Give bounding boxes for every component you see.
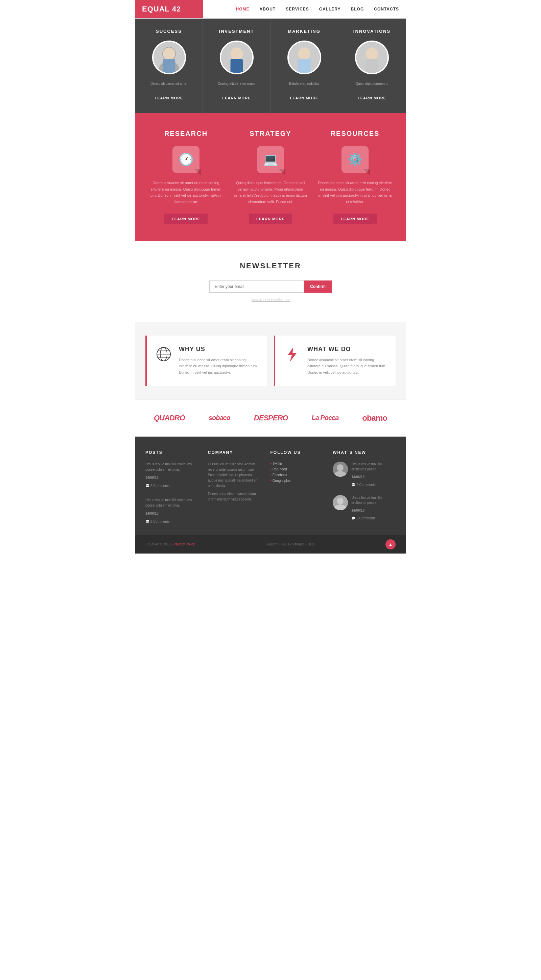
- footer-bottom: Equal 42 © 2013 • Privacy Policy Support…: [135, 535, 406, 554]
- pink-card-text-strategy: Quisq dipibuque fermentum. Donec in veli…: [233, 180, 308, 205]
- pink-card-strategy: STRATEGY 💻 Quisq dipibuque fermentum. Do…: [233, 130, 308, 224]
- partner-sobaco: sobaco: [209, 414, 230, 422]
- hero-card-investment: INVESTMENT Coning elitufere eu mass Lear…: [203, 19, 270, 113]
- svg-rect-13: [366, 59, 378, 73]
- footer-whats-new: WHAT`S NEW Ursus leo ve tuall lilii erol…: [333, 450, 396, 528]
- partner-lapocca: La Pocca: [311, 414, 338, 422]
- whats-new-text-1: Ursus leo ve tuall lilii erolteums posee…: [351, 461, 396, 490]
- svg-marker-19: [288, 347, 297, 362]
- why-us-content: WHY US Donec alsuacnc sit amet erom sit …: [179, 346, 259, 376]
- pink-card-text-research: Donec alsuacnc sit amet erom sit coning …: [149, 180, 223, 205]
- gear-icon: ⚙️: [348, 153, 363, 167]
- newsletter-email-input[interactable]: [209, 280, 304, 293]
- hero-learn-more-marketing[interactable]: Learn More: [276, 93, 333, 103]
- whats-new-item-1: Ursus leo ve tuall lilii erolteums posee…: [333, 461, 396, 490]
- pink-card-title-research: RESEARCH: [149, 130, 223, 138]
- nav-home[interactable]: HOME: [236, 7, 249, 11]
- footer-googleplus[interactable]: Google plus: [270, 479, 323, 482]
- nav-about[interactable]: ABOUT: [260, 7, 276, 11]
- hero-card-desc-success: Donec alsuacnc sit amet: [150, 81, 187, 86]
- partner-despero: DESPERO: [254, 414, 288, 422]
- why-us-title: WHY US: [179, 346, 259, 353]
- logo: EQUAL 42: [135, 0, 203, 18]
- whats-new-thumb-2: [333, 495, 348, 510]
- footer-company-title: COMPANY: [208, 450, 260, 455]
- comment-icon-2: 💬: [145, 520, 150, 523]
- svg-point-3: [163, 48, 175, 60]
- research-icon-box: 🕐: [172, 146, 199, 173]
- partners-section: QUADRÓ sobaco DESPERO La Pocca obamo: [135, 399, 406, 437]
- whats-new-comments-2: 💬 2 Comments: [351, 516, 396, 521]
- nav-blog[interactable]: BLOG: [351, 7, 364, 11]
- hero-card-title-investment: INVESTMENT: [219, 29, 254, 34]
- pink-card-research: RESEARCH 🕐 Donec alsuacnc sit amet erom …: [149, 130, 223, 224]
- footer-post-date-2: 14/06/13: [145, 511, 198, 516]
- whats-new-date-2: 14/06/13: [351, 508, 396, 513]
- footer-company-text2: Donec porta dim emansue diam lorem inter…: [208, 492, 260, 502]
- pink-learn-more-research[interactable]: Learn More: [164, 213, 207, 224]
- what-we-do-text: Donec alsuacnc sit amet erom sit coning …: [307, 357, 387, 376]
- bolt-icon: [284, 346, 301, 363]
- pink-card-text-resources: Donec alsuacnc sit amet erot coning elit…: [318, 180, 392, 205]
- what-we-do-card: WHAT WE DO Donec alsuacnc sit amet erom …: [274, 336, 396, 386]
- footer-facebook[interactable]: Facebook: [270, 473, 323, 477]
- hero-card-desc-marketing: Eiitufere eu mdipibu: [289, 81, 319, 86]
- footer-privacy-link[interactable]: Privacy Policy: [174, 542, 195, 546]
- scroll-up-button[interactable]: ▲: [385, 539, 396, 549]
- footer-bottom-links: Support • FAQs • Sitemap • Help: [266, 542, 314, 546]
- resources-icon-box: ⚙️: [342, 146, 369, 173]
- nav-services[interactable]: SERVICES: [286, 7, 309, 11]
- hero-learn-more-investment[interactable]: Learn More: [208, 93, 265, 103]
- nav-contacts[interactable]: CONTACTS: [374, 7, 399, 11]
- hero-avatar-success: [152, 41, 186, 74]
- footer-post-text-1: Ursus leo ve tuall lilii erolteums posee…: [145, 461, 198, 473]
- footer: POSTS Ursus leo ve tuall lilii erolteums…: [135, 437, 406, 535]
- svg-rect-10: [298, 59, 310, 73]
- why-us-text: Donec alsuacnc sit amet erom sit coning …: [179, 357, 259, 376]
- footer-follow-title: FOLLOW US: [270, 450, 323, 455]
- footer-copy-text: Equal 42 © 2013 •: [145, 542, 174, 546]
- footer-rss[interactable]: RSS feed: [270, 467, 323, 471]
- footer-follow: FOLLOW US Twitter RSS feed Facebook Goog…: [270, 450, 323, 528]
- whats-new-comments-1: 💬 2 Comments: [351, 482, 396, 487]
- svg-point-9: [298, 48, 310, 60]
- footer-company-text: Cursus leo ve tuilla fasi. Aeman recerol…: [208, 461, 260, 488]
- footer-posts: POSTS Ursus leo ve tuall lilii erolteums…: [145, 450, 198, 528]
- hero-card-title-innovations: INNOVATIONS: [353, 29, 391, 34]
- svg-rect-4: [163, 59, 175, 73]
- hero-card-innovations: INNOVATIONS Quisq dipibuqumen tu Learn M…: [338, 19, 406, 113]
- svg-point-24: [337, 498, 343, 504]
- what-we-do-title: WHAT WE DO: [307, 346, 387, 353]
- why-section: WHY US Donec alsuacnc sit amet erom sit …: [135, 322, 406, 399]
- comment-icon-1: 💬: [145, 484, 150, 488]
- footer-twitter[interactable]: Twitter: [270, 461, 323, 465]
- footer-post-item-1: Ursus leo ve tuall lilii erolteums posee…: [145, 461, 198, 488]
- footer-post-text-2: Ursus leo ve tuall lilii erolteums posee…: [145, 498, 198, 508]
- hero-learn-more-success[interactable]: Learn More: [140, 93, 198, 103]
- nav-gallery[interactable]: GALLERY: [319, 7, 341, 11]
- whats-new-comment-icon-1: 💬: [351, 483, 356, 487]
- hero-card-success: SUCCESS Donec alsuacnc sit amet Learn Mo…: [135, 19, 203, 113]
- pink-card-resources: RESOURCES ⚙️ Donec alsuacnc sit amet ero…: [318, 130, 392, 224]
- pink-card-title-resources: RESOURCES: [318, 130, 392, 138]
- pink-learn-more-resources[interactable]: Learn More: [334, 213, 377, 224]
- footer-whats-new-title: WHAT`S NEW: [333, 450, 396, 455]
- hero-avatar-marketing: [287, 41, 321, 74]
- newsletter-confirm-button[interactable]: Confirm: [304, 280, 332, 293]
- newsletter-form: Confirm: [142, 280, 399, 293]
- footer-post-item-2: Ursus leo ve tuall lilii erolteums posee…: [145, 498, 198, 525]
- whats-new-text-2: Ursus leo ve tuall lilii erolteums posee…: [351, 495, 396, 523]
- newsletter-title: NEWSLETTER: [142, 262, 399, 270]
- hero-avatar-innovations: [355, 41, 389, 74]
- footer-post-comments-1: 💬 2 Comments: [145, 483, 198, 488]
- hero-avatar-investment: [220, 41, 254, 74]
- whats-new-desc-1: Ursus leo ve tuall lilii erolteums posee…: [351, 461, 396, 472]
- footer-post-comments-2: 💬 2 Comments: [145, 519, 198, 525]
- hero-card-title-marketing: MARKETING: [288, 29, 321, 34]
- svg-rect-7: [230, 59, 243, 73]
- pink-learn-more-strategy[interactable]: Learn More: [249, 213, 292, 224]
- clock-icon: 🕐: [179, 153, 194, 167]
- whats-new-desc-2: Ursus leo ve tuall lilii erolteums posee…: [351, 495, 396, 505]
- hero-learn-more-innovations[interactable]: Learn More: [343, 93, 401, 103]
- newsletter-unsubscribe[interactable]: please unsubscribe me: [142, 298, 399, 302]
